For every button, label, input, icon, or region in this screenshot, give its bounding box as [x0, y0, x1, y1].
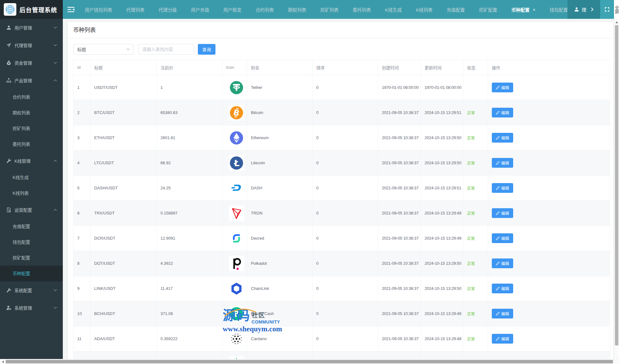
tab-label: K线列表 — [416, 6, 432, 13]
tab-label: 委托列表 — [353, 6, 371, 13]
cell-price: 66.92 — [157, 150, 222, 176]
tab-8[interactable]: 挖矿列表 — [320, 6, 339, 13]
tab-6[interactable]: 合约列表 — [256, 6, 274, 13]
cell-updated: 2024-10-15 13:29:50 — [421, 125, 463, 150]
cell-alias: Bitcoin — [247, 100, 312, 125]
tab-14[interactable]: 币种配置× — [511, 6, 535, 13]
edit-button[interactable]: 编辑 — [492, 133, 513, 143]
sidebar-item[interactable]: 运营配置 — [0, 201, 63, 219]
table-row: 8DOT/USDT4.3922Polkadot02021-09-05 10:38… — [73, 251, 610, 276]
column-header: 别名 — [247, 60, 312, 75]
tab-2[interactable]: 代理列表 — [126, 6, 144, 13]
tab-11[interactable]: K线列表 — [416, 6, 432, 13]
edit-button[interactable]: 编辑 — [492, 258, 513, 268]
sidebar-item[interactable]: 产品管理 — [0, 72, 63, 89]
sidebar-item-label: 系统配置 — [14, 287, 53, 293]
sidebar-subitem[interactable]: 钱包配置 — [0, 234, 63, 250]
chevron-down-icon — [53, 62, 57, 64]
cell-actions: 编辑 — [488, 150, 610, 176]
tab-3[interactable]: 代理分级 — [159, 6, 177, 13]
edit-button[interactable]: 编辑 — [492, 233, 513, 243]
wrench-icon — [6, 288, 12, 293]
wrench-icon — [6, 158, 12, 163]
tab-label: 币种配置 — [511, 6, 529, 13]
edit-button[interactable]: 编辑 — [492, 83, 513, 92]
vertical-scrollbar-thumb[interactable] — [615, 25, 618, 345]
edit-button-label: 编辑 — [501, 311, 509, 317]
vertical-scrollbar[interactable] — [614, 19, 619, 359]
sidebar-item-label: K线管理 — [14, 158, 53, 164]
scroll-left-arrow-icon[interactable] — [2, 361, 4, 363]
tab-label: K线生成 — [385, 6, 402, 13]
edit-button[interactable]: 编辑 — [492, 158, 513, 168]
tab-7[interactable]: 期权列表 — [288, 6, 306, 13]
cell-icon: Ł — [222, 150, 247, 176]
cell-icon — [222, 125, 247, 150]
cell-created: 1970-01-01 08:00:00 — [378, 75, 421, 100]
edit-button[interactable]: 编辑 — [492, 183, 513, 193]
sidebar-item[interactable]: 系统管理 — [0, 299, 63, 317]
pencil-icon — [496, 161, 500, 165]
table-row: 9LINK/USDT11.417ChainLink02021-09-05 10:… — [73, 276, 610, 301]
sidebar-subitem[interactable]: 期权列表 — [0, 105, 63, 121]
horizontal-scrollbar[interactable] — [0, 359, 619, 364]
sidebar-item[interactable]: 系统配置 — [0, 281, 63, 299]
user-menu[interactable]: 理 — [567, 0, 600, 19]
search-field-select[interactable]: 标题 — [73, 44, 133, 55]
sidebar-subitem[interactable]: K线生成 — [0, 170, 63, 185]
pencil-icon — [496, 262, 500, 265]
edit-button[interactable]: 编辑 — [492, 309, 513, 318]
cell-created: 2021-09-05 10:38:37 — [378, 150, 421, 176]
currency-table: id标题当前价Icon别名排序创建时间更新时间状态操作 1USDT/USDT1T… — [73, 60, 610, 364]
cardano-icon — [229, 331, 244, 346]
sidebar-item[interactable]: ¥资金管理 — [0, 54, 63, 72]
search-input[interactable] — [138, 44, 194, 55]
table-row: 2BTC/USDT65380.83BBitcoin02021-09-05 10:… — [73, 100, 610, 125]
pencil-icon — [496, 136, 500, 140]
tab-9[interactable]: 委托列表 — [353, 6, 371, 13]
cell-icon — [222, 326, 247, 351]
table-row: 11ADA/USDT0.359222Cardano02021-09-05 10:… — [73, 326, 610, 351]
sidebar-item[interactable]: K线管理 — [0, 152, 63, 170]
sidebar-item[interactable]: 用户管理 — [0, 19, 63, 36]
cell-created: 2021-09-05 10:38:37 — [378, 276, 421, 301]
edit-button[interactable]: 编辑 — [492, 208, 513, 218]
edit-button[interactable]: 编辑 — [492, 284, 513, 293]
app-title: 后台管理系统 — [19, 5, 57, 14]
tab-15[interactable]: 钱包配置 — [550, 6, 568, 13]
sidebar-item[interactable]: 代理管理 — [0, 36, 63, 54]
edit-button[interactable]: 编辑 — [492, 108, 513, 117]
cell-created: 2021-09-05 10:38:37 — [378, 201, 421, 226]
tab-5[interactable]: 用户账变 — [223, 6, 242, 13]
cell-alias: Ethereum — [247, 125, 312, 150]
sidebar-subitem[interactable]: 委托列表 — [0, 136, 63, 152]
tab-4[interactable]: 用户充值 — [191, 6, 209, 13]
fullscreen-button[interactable] — [600, 0, 614, 19]
sidebar-toggle-icon[interactable] — [68, 7, 74, 13]
pencil-icon — [496, 287, 500, 291]
cell-sort: 0 — [312, 301, 378, 326]
pencil-icon — [496, 186, 500, 190]
sidebar-subitem[interactable]: 挖矿配置 — [0, 250, 63, 266]
column-header: 操作 — [488, 60, 610, 75]
horizontal-scrollbar-thumb[interactable] — [6, 360, 613, 363]
scroll-up-arrow-icon[interactable] — [616, 21, 618, 23]
tab-1[interactable]: 用户钱包列表 — [85, 6, 112, 13]
tab-12[interactable]: 充值配置 — [447, 6, 465, 13]
edit-button-label: 编辑 — [501, 135, 509, 141]
sidebar-subitem[interactable]: 充值配置 — [0, 219, 63, 234]
edit-button[interactable]: 编辑 — [492, 334, 513, 344]
cell-actions: 编辑 — [488, 125, 610, 150]
sidebar-subitem[interactable]: K线列表 — [0, 185, 63, 201]
tab-10[interactable]: K线生成 — [385, 6, 402, 13]
tab-close-icon[interactable]: × — [533, 7, 535, 12]
tab-13[interactable]: 挖矿配置 — [479, 6, 497, 13]
search-button[interactable]: 查询 — [198, 44, 215, 55]
sidebar-subitem[interactable]: 挖矿列表 — [0, 121, 63, 136]
sidebar-subitem[interactable]: 合约列表 — [0, 89, 63, 105]
sidebar-subitem[interactable]: 币种配置 — [0, 266, 63, 281]
status-badge: 正常 — [467, 111, 475, 115]
cell-id: 6 — [73, 201, 90, 226]
cell-id: 8 — [73, 251, 90, 276]
edit-button-label: 编辑 — [501, 260, 509, 266]
